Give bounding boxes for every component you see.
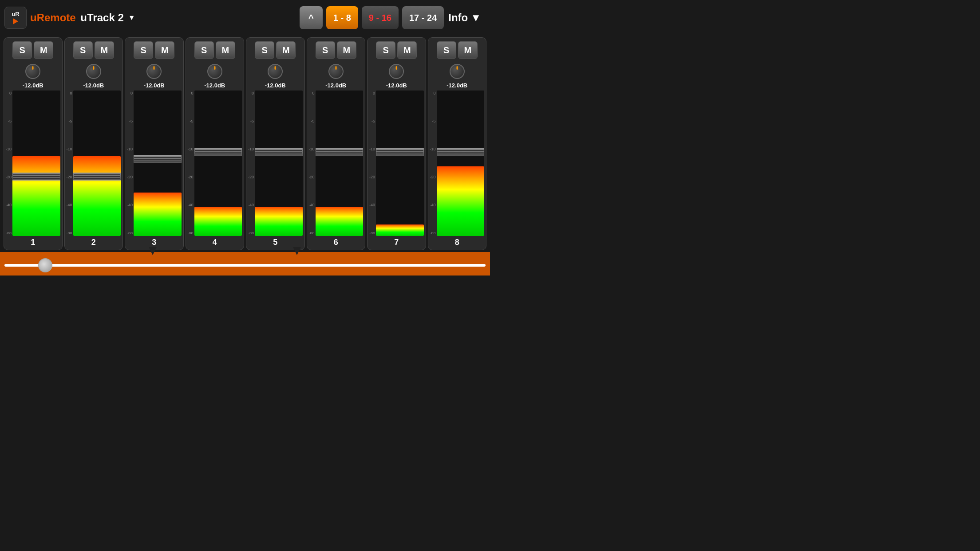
db-label-7: -12.0dB [386,82,407,89]
meter-bar-2 [73,91,121,236]
info-button[interactable]: Info ▼ [444,12,486,24]
db-label-2: -12.0dB [83,82,104,89]
mute-button-1[interactable]: M [34,41,53,59]
knob-dot-8 [456,66,458,70]
fader-handle-2[interactable] [73,173,121,181]
fader-track-6[interactable] [316,91,363,236]
timeline-thumb[interactable] [38,258,52,272]
mute-button-6[interactable]: M [337,41,356,59]
solo-button-8[interactable]: S [437,41,456,59]
fader-track-5[interactable] [255,91,302,236]
knob-4[interactable] [207,64,222,79]
sm-buttons-7: S M [376,41,417,59]
channel-4: S M -12.0dB 0 -5 -10 -20 -40 -oo [186,37,245,250]
knob-dot-1 [32,66,34,70]
knob-6[interactable] [328,64,344,79]
fader-area-7: 0 -5 -10 -20 -40 -oo [369,91,424,236]
app-title: uRemote [30,12,76,24]
nav-9-16-button[interactable]: 9 - 16 [362,6,399,29]
mute-button-3[interactable]: M [155,41,174,59]
meter-fill-1 [12,156,60,236]
channel-number-3: 3 [152,238,156,247]
fader-track-4[interactable] [194,91,242,236]
mute-button-5[interactable]: M [276,41,296,59]
scale-6: 0 -5 -10 -20 -40 -oo [309,91,315,236]
channel-2: S M -12.0dB 0 -5 -10 -20 -40 -oo [64,37,123,250]
meter-fill-6 [316,207,363,236]
meter-fill-3 [134,193,181,236]
solo-button-5[interactable]: S [255,41,274,59]
db-label-6: -12.0dB [325,82,346,89]
scale-3: 0 -5 -10 -20 -40 -oo [127,91,133,236]
fader-handle-7[interactable] [376,148,423,156]
fader-handle-1[interactable] [12,173,60,181]
db-label-3: -12.0dB [144,82,165,89]
fader-track-1[interactable] [12,91,60,236]
sm-buttons-4: S M [194,41,235,59]
pan-knob-1[interactable] [24,63,42,80]
sm-buttons-1: S M [12,41,53,59]
pan-knob-4[interactable] [206,63,224,80]
meter-bar-8 [437,91,484,236]
timeline-track[interactable] [4,264,486,267]
knob-1[interactable] [25,64,40,79]
pan-knob-5[interactable] [266,63,284,80]
meter-fill-7 [376,224,423,236]
knob-5[interactable] [268,64,283,79]
logo-text: uR [12,11,19,17]
mute-button-2[interactable]: M [95,41,114,59]
knob-7[interactable] [389,64,404,79]
meter-bar-1 [12,91,60,236]
fader-track-3[interactable] [134,91,181,236]
mute-button-8[interactable]: M [458,41,478,59]
solo-button-6[interactable]: S [316,41,335,59]
fader-area-2: 0 -5 -10 -20 -40 -oo [67,91,121,236]
knob-8[interactable] [450,64,465,79]
pan-knob-6[interactable] [327,63,345,80]
pan-knob-7[interactable] [387,63,405,80]
fader-handle-5[interactable] [255,148,302,156]
solo-button-2[interactable]: S [73,41,93,59]
channel-number-4: 4 [213,238,217,247]
pan-knob-3[interactable] [145,63,163,80]
channel-number-7: 7 [394,238,399,247]
solo-button-1[interactable]: S [12,41,32,59]
scale-5: 0 -5 -10 -20 -40 -oo [248,91,254,236]
sm-buttons-2: S M [73,41,114,59]
solo-button-7[interactable]: S [376,41,395,59]
fader-track-2[interactable] [73,91,121,236]
mute-button-7[interactable]: M [397,41,417,59]
solo-button-4[interactable]: S [194,41,214,59]
header: uR uRemote uTrack 2 ▼ ^ 1 - 8 9 - 16 17 … [0,0,490,35]
channel-3: S M -12.0dB 0 -5 -10 -20 -40 -oo [125,37,184,250]
meter-bar-5 [255,91,302,236]
timeline[interactable] [0,252,490,276]
channel-8: S M -12.0dB 0 -5 -10 -20 -40 -oo [428,37,487,250]
fader-track-8[interactable] [437,91,484,236]
meter-fill-8 [437,166,484,236]
solo-button-3[interactable]: S [134,41,153,59]
nav-17-24-button[interactable]: 17 - 24 [402,6,444,29]
fader-track-7[interactable] [376,91,423,236]
mute-button-4[interactable]: M [216,41,235,59]
meter-bar-6 [316,91,363,236]
pan-knob-2[interactable] [85,63,103,80]
meter-fill-5 [255,207,302,236]
nav-1-8-button[interactable]: 1 - 8 [326,6,358,29]
nav-up-button[interactable]: ^ [300,6,323,29]
knob-dot-7 [396,66,397,70]
sm-buttons-6: S M [316,41,356,59]
fader-handle-8[interactable] [437,148,484,156]
fader-handle-4[interactable] [194,148,242,156]
app-dropdown-arrow[interactable]: ▼ [128,14,135,22]
fader-handle-3[interactable] [134,155,181,163]
meter-fill-4 [194,207,242,236]
meter-fill-2 [73,156,121,236]
knob-3[interactable] [146,64,162,79]
knob-2[interactable] [86,64,101,79]
pan-knob-8[interactable] [448,63,466,80]
knob-dot-6 [335,66,336,70]
logo-play-icon [13,18,18,24]
sm-buttons-5: S M [255,41,296,59]
fader-handle-6[interactable] [316,148,363,156]
